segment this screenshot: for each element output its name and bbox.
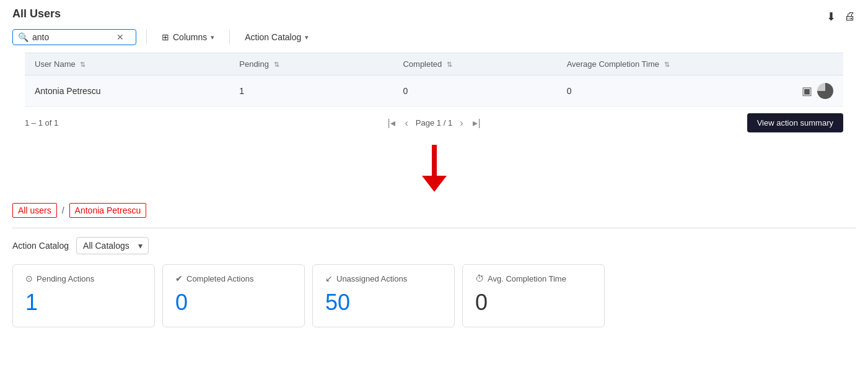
stat-card-unassigned-value: 50 [325, 290, 442, 316]
stat-card-pending-value: 1 [25, 290, 142, 316]
table-container: User Name ⇅ Pending ⇅ Completed ⇅ Aver [25, 53, 843, 107]
pie-chart-icon[interactable] [817, 83, 833, 99]
stat-card-avg-time-title: Avg. Completion Time [488, 274, 566, 283]
cell-row-actions: ▣ [786, 75, 844, 107]
view-action-summary-button[interactable]: View action summary [747, 113, 843, 132]
stats-grid: ⊙ Pending Actions 1 ✔ Completed Actions … [12, 264, 856, 327]
stat-card-completed-value: 0 [175, 290, 292, 316]
table-header: User Name ⇅ Pending ⇅ Completed ⇅ Aver [25, 53, 843, 75]
page-title: All Users [12, 7, 856, 20]
bottom-section: All users / Antonia Petrescu Action Cata… [0, 197, 868, 327]
stat-card-pending: ⊙ Pending Actions 1 [12, 264, 155, 327]
breadcrumb: All users / Antonia Petrescu [12, 203, 856, 218]
stat-card-unassigned-header: ↙ Unassigned Actions [325, 274, 442, 283]
table-row: Antonia Petrescu 1 0 0 ▣ [25, 75, 843, 107]
columns-label: Columns [173, 32, 207, 42]
next-page-button[interactable]: › [457, 116, 465, 130]
cell-avgtime: 0 [557, 75, 786, 107]
unassigned-icon: ↙ [325, 274, 333, 283]
toolbar: 🔍 ✕ ⊞ Columns ▾ Action Catalog ▾ [12, 29, 856, 45]
stat-card-completed-header: ✔ Completed Actions [175, 274, 292, 283]
toolbar-divider [146, 30, 147, 45]
stat-card-avg-time: ⏱ Avg. Completion Time 0 [462, 264, 605, 327]
down-arrow-icon [422, 145, 447, 194]
sort-icon-pending: ⇅ [274, 61, 279, 68]
search-icon: 🔍 [18, 32, 28, 42]
action-catalog-label: Action Catalog [245, 32, 301, 42]
avg-time-icon: ⏱ [475, 274, 484, 283]
catalog-row: Action Catalog All Catalogs [12, 237, 856, 254]
sort-icon-avgtime: ⇅ [664, 61, 670, 68]
breadcrumb-current-user: Antonia Petrescu [69, 203, 147, 218]
breadcrumb-all-users-link[interactable]: All users [12, 203, 57, 218]
pending-icon: ⊙ [25, 274, 33, 283]
pagination-range: 1 – 1 of 1 [25, 118, 58, 127]
first-page-button[interactable]: |◂ [385, 116, 397, 130]
cell-username: Antonia Petrescu [25, 75, 229, 107]
th-username[interactable]: User Name ⇅ [25, 53, 229, 75]
table-body: Antonia Petrescu 1 0 0 ▣ [25, 75, 843, 107]
row-actions: ▣ [796, 83, 834, 99]
toolbar-divider2 [229, 30, 230, 45]
data-table: User Name ⇅ Pending ⇅ Completed ⇅ Aver [25, 53, 843, 107]
breadcrumb-separator: / [62, 205, 64, 215]
action-catalog-chevron-icon: ▾ [305, 33, 309, 41]
search-box[interactable]: 🔍 ✕ [12, 29, 136, 45]
breadcrumb-divider [12, 228, 856, 228]
stat-card-unassigned: ↙ Unassigned Actions 50 [312, 264, 455, 327]
cell-completed: 0 [393, 75, 556, 107]
cell-pending: 1 [229, 75, 393, 107]
stat-card-pending-header: ⊙ Pending Actions [25, 274, 142, 283]
arrow-container [0, 139, 868, 197]
th-pending[interactable]: Pending ⇅ [229, 53, 393, 75]
sort-icon-username: ⇅ [80, 61, 85, 68]
monitor-icon[interactable]: ▣ [802, 84, 812, 98]
catalog-label: Action Catalog [12, 241, 69, 251]
action-catalog-button[interactable]: Action Catalog ▾ [240, 30, 313, 45]
prev-page-button[interactable]: ‹ [403, 116, 411, 130]
th-avgtime[interactable]: Average Completion Time ⇅ [557, 53, 786, 75]
catalog-select-wrapper: All Catalogs [76, 237, 149, 254]
columns-icon: ⊞ [162, 32, 169, 42]
stat-card-completed: ✔ Completed Actions 0 [162, 264, 305, 327]
catalog-select[interactable]: All Catalogs [76, 237, 149, 254]
stat-card-avg-time-header: ⏱ Avg. Completion Time [475, 274, 592, 283]
completed-icon: ✔ [175, 274, 183, 283]
th-completed[interactable]: Completed ⇅ [393, 53, 556, 75]
columns-chevron-icon: ▾ [211, 33, 214, 41]
columns-button[interactable]: ⊞ Columns ▾ [157, 30, 219, 45]
page: ⬇ 🖨 All Users 🔍 ✕ ⊞ Columns ▾ Action Cat… [0, 0, 868, 375]
page-text: Page 1 / 1 [416, 118, 452, 127]
stat-card-avg-time-value: 0 [475, 290, 592, 316]
svg-marker-1 [422, 176, 447, 192]
stat-card-unassigned-title: Unassigned Actions [336, 274, 407, 283]
sort-icon-completed: ⇅ [447, 61, 452, 68]
th-row-actions [786, 53, 844, 75]
top-right-icons: ⬇ 🖨 [826, 10, 856, 24]
stat-card-completed-title: Completed Actions [186, 274, 253, 283]
download-icon[interactable]: ⬇ [826, 10, 836, 24]
svg-rect-0 [432, 145, 437, 177]
print-icon[interactable]: 🖨 [844, 10, 856, 24]
clear-icon[interactable]: ✕ [116, 32, 124, 42]
last-page-button[interactable]: ▸| [470, 116, 483, 130]
search-input[interactable] [32, 32, 113, 42]
stat-card-pending-title: Pending Actions [37, 274, 94, 283]
top-section: All Users 🔍 ✕ ⊞ Columns ▾ Action Catalog… [0, 0, 868, 139]
pagination-controls: |◂ ‹ Page 1 / 1 › ▸| [385, 116, 483, 130]
pagination-bar: 1 – 1 of 1 |◂ ‹ Page 1 / 1 › ▸| View act… [12, 107, 856, 139]
